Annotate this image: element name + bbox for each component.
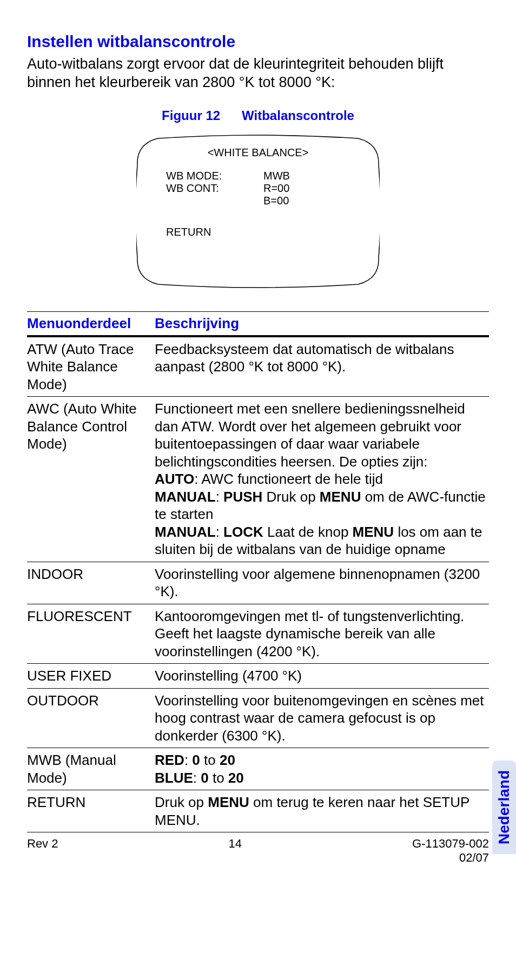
table-cell-desc: Voorinstelling voor algemene binnenopnam… bbox=[155, 562, 489, 604]
intro-paragraph: Auto-witbalans zorgt ervoor dat de kleur… bbox=[27, 55, 489, 92]
table-header-desc: Beschrijving bbox=[155, 311, 489, 336]
footer-rev: Rev 2 bbox=[27, 837, 58, 865]
crt-row-label: WB CONT: bbox=[166, 182, 263, 195]
crt-row: B=00 bbox=[166, 195, 380, 207]
page: Instellen witbalanscontrole Auto-witbala… bbox=[0, 0, 516, 886]
crt-row: WB MODE: MWB bbox=[166, 170, 380, 182]
crt-row: WB CONT: R=00 bbox=[166, 182, 380, 195]
table-cell-item: MWB (Manual Mode) bbox=[27, 748, 155, 790]
table-header-item: Menuonderdeel bbox=[27, 311, 155, 336]
table-cell-item: AWC (Auto White Balance Control Mode) bbox=[27, 397, 155, 562]
table-body: ATW (Auto Trace White Balance Mode)Feedb… bbox=[27, 336, 489, 832]
table-row: OUTDOORVoorinstelling voor buitenomgevin… bbox=[27, 688, 489, 748]
table-cell-desc: Voorinstelling (4700 °K) bbox=[155, 664, 489, 689]
table-cell-desc: RED: 0 to 20BLUE: 0 to 20 bbox=[155, 748, 489, 790]
table-cell-desc: Functioneert met een snellere bedienings… bbox=[155, 397, 489, 562]
footer-page-number: 14 bbox=[58, 837, 412, 865]
crt-return-label: RETURN bbox=[136, 226, 380, 238]
crt-screen: <WHITE BALANCE> WB MODE: MWB WB CONT: R=… bbox=[136, 133, 380, 290]
crt-row-value: MWB bbox=[263, 170, 290, 182]
crt-row-value: R=00 bbox=[263, 182, 289, 195]
table-cell-item: OUTDOOR bbox=[27, 688, 155, 748]
footer-doc-info: G-113079-002 02/07 bbox=[412, 837, 489, 865]
section-title: Instellen witbalanscontrole bbox=[27, 32, 489, 51]
figure-caption: Figuur 12 Witbalanscontrole bbox=[27, 108, 489, 123]
crt-figure: <WHITE BALANCE> WB MODE: MWB WB CONT: R=… bbox=[27, 133, 489, 290]
table-cell-desc: Feedbacksysteem dat automatisch de witba… bbox=[155, 336, 489, 397]
crt-row-label: WB MODE: bbox=[166, 170, 263, 182]
crt-title: <WHITE BALANCE> bbox=[136, 146, 380, 159]
table-cell-item: RETURN bbox=[27, 790, 155, 832]
table-row: USER FIXEDVoorinstelling (4700 °K) bbox=[27, 664, 489, 689]
table-cell-desc: Druk op MENU om terug te keren naar het … bbox=[155, 790, 489, 832]
table-cell-item: FLUORESCENT bbox=[27, 604, 155, 664]
table-row: AWC (Auto White Balance Control Mode)Fun… bbox=[27, 397, 489, 562]
crt-rows: WB MODE: MWB WB CONT: R=00 B=00 bbox=[136, 170, 380, 207]
table-cell-desc: Voorinstelling voor buitenomgevingen en … bbox=[155, 688, 489, 748]
table-row: FLUORESCENTKantooromgevingen met tl- of … bbox=[27, 604, 489, 664]
menu-table: Menuonderdeel Beschrijving ATW (Auto Tra… bbox=[27, 311, 489, 833]
footer-docnum: G-113079-002 bbox=[412, 837, 489, 850]
table-row: INDOORVoorinstelling voor algemene binne… bbox=[27, 562, 489, 604]
table-cell-item: INDOOR bbox=[27, 562, 155, 604]
table-cell-desc: Kantooromgevingen met tl- of tungstenver… bbox=[155, 604, 489, 664]
table-row: RETURNDruk op MENU om terug te keren naa… bbox=[27, 790, 489, 832]
footer-date: 02/07 bbox=[459, 851, 489, 864]
table-cell-item: USER FIXED bbox=[27, 664, 155, 689]
table-row: ATW (Auto Trace White Balance Mode)Feedb… bbox=[27, 336, 489, 397]
language-tab: Nederland bbox=[492, 761, 516, 854]
crt-row-value: B=00 bbox=[263, 195, 289, 207]
figure-label: Figuur 12 bbox=[162, 108, 220, 123]
figure-title: Witbalanscontrole bbox=[242, 108, 354, 123]
page-footer: Rev 2 14 G-113079-002 02/07 bbox=[27, 837, 489, 865]
crt-row-label bbox=[166, 195, 263, 207]
table-cell-item: ATW (Auto Trace White Balance Mode) bbox=[27, 336, 155, 397]
table-row: MWB (Manual Mode)RED: 0 to 20BLUE: 0 to … bbox=[27, 748, 489, 790]
